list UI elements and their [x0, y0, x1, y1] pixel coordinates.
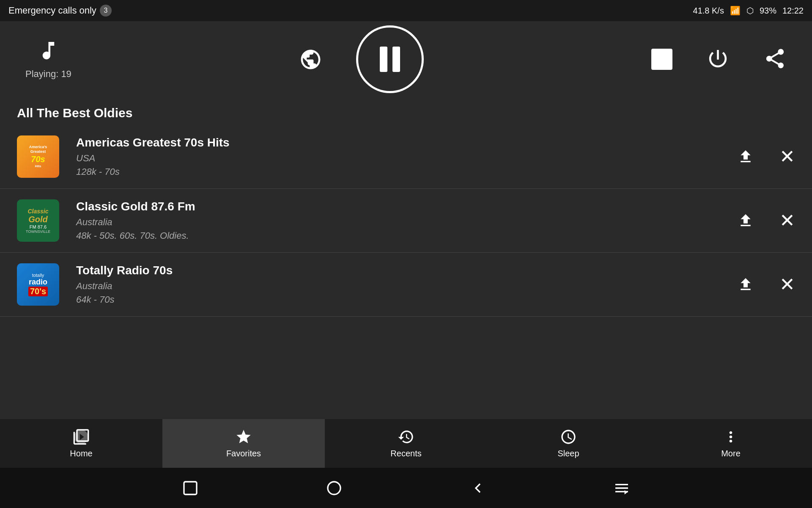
station-name: Classic Gold 87.6 Fm — [76, 200, 737, 213]
data-speed: 41.8 K/s — [693, 6, 724, 16]
power-icon — [706, 47, 730, 72]
center-controls — [356, 25, 424, 93]
nav-item-home[interactable]: Home — [0, 419, 162, 468]
nav-item-favorites[interactable]: Favorites — [162, 419, 325, 468]
sys-nav-menu[interactable] — [613, 480, 630, 497]
controls-bar: Playing: 19 — [0, 21, 812, 97]
left-controls: Playing: 19 — [25, 39, 71, 80]
share-icon — [763, 47, 787, 72]
close-icon: ✕ — [779, 211, 795, 230]
station-actions: ✕ — [737, 147, 795, 166]
globe-icon[interactable] — [299, 48, 322, 71]
remove-button[interactable]: ✕ — [779, 147, 795, 166]
remove-button[interactable]: ✕ — [779, 211, 795, 230]
section-title: All The Best Oldies — [17, 106, 132, 120]
station-meta: 64k - 70s — [76, 294, 737, 305]
recents-icon — [398, 428, 414, 445]
close-icon: ✕ — [779, 147, 795, 166]
station-item[interactable]: totally radio 70's Totally Radio 70s Aus… — [0, 253, 812, 317]
home-icon — [73, 428, 90, 445]
station-item[interactable]: Classic Gold FM 87.6 TOWNSVILLE Classic … — [0, 189, 812, 253]
stop-icon — [651, 49, 672, 70]
station-item[interactable]: America's Greatest 70s Hits Americas Gre… — [0, 125, 812, 189]
clock: 12:22 — [782, 6, 804, 16]
station-country: Australia — [76, 281, 737, 292]
svg-point-1 — [328, 482, 340, 494]
remove-button[interactable]: ✕ — [779, 275, 795, 294]
system-nav — [0, 468, 812, 508]
sleep-label: Sleep — [557, 449, 579, 458]
home-label: Home — [70, 449, 92, 458]
nav-item-recents[interactable]: Recents — [325, 419, 487, 468]
bluetooth-icon: 📶 — [730, 6, 741, 16]
status-bar: Emergency calls only 3 41.8 K/s 📶 ⬡ 93% … — [0, 0, 812, 21]
station-logo-totally: totally radio 70's — [17, 263, 59, 306]
status-left: Emergency calls only 3 — [8, 5, 112, 17]
station-logo-classic: Classic Gold FM 87.6 TOWNSVILLE — [17, 199, 59, 242]
station-country: Australia — [76, 217, 737, 228]
favorites-label: Favorites — [226, 449, 261, 458]
station-actions: ✕ — [737, 275, 795, 294]
battery-level: 93% — [760, 6, 776, 16]
upload-button[interactable] — [737, 212, 754, 229]
svg-rect-0 — [184, 482, 197, 494]
station-logo-americas: America's Greatest 70s Hits — [17, 135, 59, 178]
station-name: Totally Radio 70s — [76, 264, 737, 277]
bottom-nav: Home Favorites Recents Sleep More — [0, 419, 812, 468]
upload-button[interactable] — [737, 148, 754, 165]
pause-bar-right — [392, 47, 400, 72]
station-country: USA — [76, 153, 737, 164]
pause-button[interactable] — [356, 25, 424, 93]
pause-bar-left — [380, 47, 387, 72]
more-label: More — [721, 449, 741, 458]
right-controls — [651, 47, 787, 72]
station-meta: 48k - 50s. 60s. 70s. Oldies. — [76, 230, 737, 241]
recents-label: Recents — [390, 449, 421, 458]
close-icon: ✕ — [779, 275, 795, 294]
favorites-icon — [235, 428, 252, 445]
station-meta: 128k - 70s — [76, 166, 737, 177]
upload-button[interactable] — [737, 276, 754, 293]
sleep-icon — [560, 428, 577, 445]
emergency-calls-text: Emergency calls only — [8, 5, 96, 16]
notification-badge: 3 — [100, 5, 112, 17]
share-button[interactable] — [763, 47, 787, 72]
status-right: 41.8 K/s 📶 ⬡ 93% 12:22 — [693, 6, 804, 16]
section-title-bar: All The Best Oldies — [0, 97, 812, 129]
station-list: America's Greatest 70s Hits Americas Gre… — [0, 125, 812, 317]
wifi-icon: ⬡ — [746, 6, 754, 16]
pause-icon — [380, 47, 400, 72]
sys-nav-back[interactable] — [469, 480, 486, 497]
station-name: Americas Greatest 70s Hits — [76, 136, 737, 149]
stop-button[interactable] — [651, 49, 672, 70]
station-info: Americas Greatest 70s Hits USA 128k - 70… — [76, 136, 737, 177]
station-info: Totally Radio 70s Australia 64k - 70s — [76, 264, 737, 305]
music-icon[interactable] — [37, 39, 60, 62]
nav-item-more[interactable]: More — [650, 419, 812, 468]
sys-nav-circle[interactable] — [326, 480, 343, 497]
sys-nav-square[interactable] — [182, 480, 199, 497]
playing-text: Playing: 19 — [25, 69, 71, 80]
power-button[interactable] — [706, 47, 730, 72]
nav-item-sleep[interactable]: Sleep — [487, 419, 650, 468]
station-actions: ✕ — [737, 211, 795, 230]
station-info: Classic Gold 87.6 Fm Australia 48k - 50s… — [76, 200, 737, 241]
more-icon — [722, 428, 739, 445]
